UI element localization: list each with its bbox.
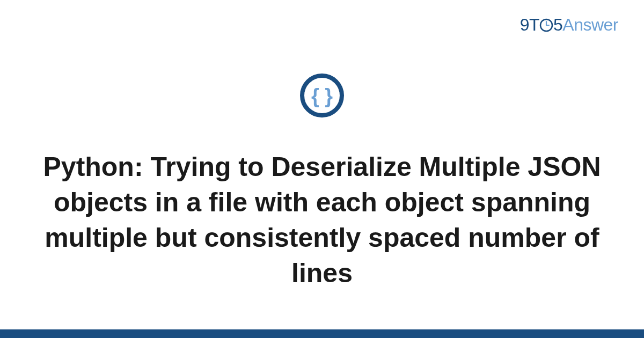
logo-nine: 9: [520, 15, 529, 34]
svg-text:{ }: { }: [311, 85, 333, 107]
logo-answer: Answer: [562, 15, 618, 34]
logo-t: T: [529, 15, 539, 34]
logo-o-clock-icon: [539, 15, 553, 35]
logo-five: 5: [553, 15, 562, 34]
page-title: Python: Trying to Deserialize Multiple J…: [0, 149, 644, 291]
bottom-accent-bar: [0, 329, 644, 338]
site-logo: 9T 5Answer: [520, 15, 618, 35]
braces-icon: { }: [299, 73, 345, 118]
